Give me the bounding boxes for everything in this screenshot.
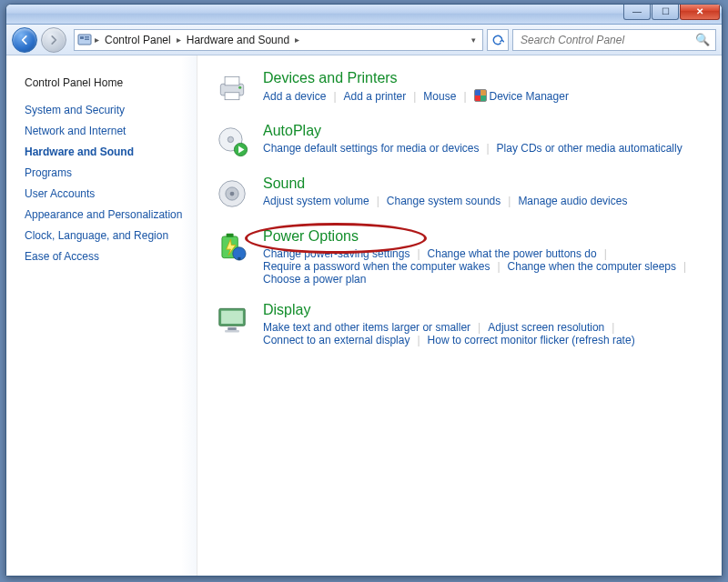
control-panel-home-link[interactable]: Control Panel Home — [25, 76, 193, 89]
svg-rect-17 — [238, 257, 240, 260]
maximize-button[interactable]: ☐ — [652, 4, 679, 20]
uac-shield-icon — [474, 89, 487, 102]
link-screen-resolution[interactable]: Adjust screen resolution — [488, 321, 604, 334]
search-icon: 🔍 — [695, 33, 710, 46]
speaker-icon — [214, 176, 250, 212]
titlebar: — ☐ ✕ — [6, 5, 722, 25]
category-autoplay: AutoPlay Change default settings for med… — [214, 123, 705, 159]
back-button[interactable] — [12, 27, 37, 53]
refresh-button[interactable] — [487, 29, 509, 51]
search-input[interactable] — [519, 33, 695, 47]
sidebar-item-hardware-sound[interactable]: Hardware and Sound — [25, 146, 193, 158]
svg-rect-19 — [221, 311, 243, 324]
address-bar[interactable]: ▸ Control Panel ▸ Hardware and Sound ▸ ▾ — [74, 29, 483, 51]
sidebar-item-system-security[interactable]: System and Security — [25, 104, 193, 116]
svg-rect-2 — [85, 36, 89, 38]
link-power-button-action[interactable]: Change what the power buttons do — [428, 247, 597, 260]
category-title[interactable]: Devices and Printers — [263, 70, 705, 86]
svg-point-9 — [228, 136, 233, 142]
category-sound: Sound Adjust system volume| Change syste… — [214, 176, 705, 212]
printer-icon — [214, 70, 250, 106]
window-buttons: — ☐ ✕ — [622, 4, 720, 20]
chevron-right-icon: ▸ — [293, 35, 301, 45]
link-password-on-wake[interactable]: Require a password when the computer wak… — [263, 260, 490, 273]
sidebar-item-network-internet[interactable]: Network and Internet — [25, 125, 193, 137]
link-change-media-defaults[interactable]: Change default settings for media or dev… — [263, 142, 479, 155]
link-change-sleep[interactable]: Change when the computer sleeps — [508, 260, 676, 273]
link-add-device[interactable]: Add a device — [263, 90, 326, 103]
control-panel-icon — [76, 32, 93, 48]
search-box[interactable]: 🔍 — [512, 29, 716, 51]
link-adjust-volume[interactable]: Adjust system volume — [263, 195, 369, 207]
link-external-display[interactable]: Connect to an external display — [263, 334, 410, 346]
link-text-size[interactable]: Make text and other items larger or smal… — [263, 321, 470, 334]
svg-rect-20 — [228, 327, 237, 330]
svg-rect-3 — [85, 38, 89, 40]
content-body: Control Panel Home System and Security N… — [6, 55, 722, 576]
svg-rect-15 — [227, 234, 234, 237]
forward-button[interactable] — [41, 27, 66, 53]
link-device-manager[interactable]: Device Manager — [474, 89, 569, 103]
svg-rect-21 — [225, 330, 239, 332]
svg-rect-6 — [225, 93, 239, 100]
navigation-bar: ▸ Control Panel ▸ Hardware and Sound ▸ ▾… — [6, 25, 722, 55]
link-play-cds-auto[interactable]: Play CDs or other media automatically — [497, 142, 682, 155]
link-monitor-flicker[interactable]: How to correct monitor flicker (refresh … — [428, 334, 635, 346]
link-change-power-saving[interactable]: Change power-saving settings — [263, 247, 410, 260]
svg-point-13 — [230, 192, 235, 196]
arrow-left-icon — [18, 34, 31, 46]
link-manage-audio[interactable]: Manage audio devices — [518, 195, 627, 207]
main-panel: Devices and Printers Add a device| Add a… — [197, 55, 722, 576]
breadcrumb-hardware-sound[interactable]: Hardware and Sound — [183, 34, 293, 46]
sidebar-item-ease-of-access[interactable]: Ease of Access — [25, 250, 193, 263]
category-display: Display Make text and other items larger… — [214, 302, 705, 346]
sidebar-item-clock-language[interactable]: Clock, Language, and Region — [25, 229, 193, 242]
address-dropdown-icon[interactable]: ▾ — [466, 35, 480, 45]
category-title[interactable]: Sound — [263, 176, 705, 192]
chevron-right-icon: ▸ — [175, 35, 183, 45]
breadcrumb-control-panel[interactable]: Control Panel — [101, 34, 175, 46]
refresh-icon — [491, 34, 504, 46]
link-mouse[interactable]: Mouse — [423, 90, 456, 103]
close-button[interactable]: ✕ — [680, 4, 720, 20]
category-devices-printers: Devices and Printers Add a device| Add a… — [214, 70, 705, 106]
link-choose-power-plan[interactable]: Choose a power plan — [263, 273, 366, 286]
sidebar: Control Panel Home System and Security N… — [6, 55, 197, 576]
category-power-options: Power Options Change power-saving settin… — [214, 228, 705, 286]
category-title[interactable]: Display — [263, 302, 705, 318]
battery-icon — [214, 228, 250, 265]
chevron-right-icon: ▸ — [93, 35, 101, 45]
svg-rect-5 — [225, 76, 239, 85]
category-title[interactable]: AutoPlay — [263, 123, 705, 139]
category-title[interactable]: Power Options — [263, 228, 705, 245]
arrow-right-icon — [47, 34, 60, 46]
sidebar-item-user-accounts[interactable]: User Accounts — [25, 187, 193, 200]
sidebar-item-appearance[interactable]: Appearance and Personalization — [25, 208, 193, 221]
svg-rect-1 — [80, 36, 84, 39]
minimize-button[interactable]: — — [623, 4, 651, 20]
control-panel-window: — ☐ ✕ ▸ Control Panel ▸ Hardware and Sou… — [5, 4, 723, 577]
monitor-icon — [214, 302, 250, 338]
svg-point-7 — [238, 86, 241, 89]
sidebar-item-programs[interactable]: Programs — [25, 166, 193, 179]
link-change-sounds[interactable]: Change system sounds — [387, 195, 500, 207]
autoplay-icon — [214, 123, 250, 159]
link-add-printer[interactable]: Add a printer — [344, 90, 407, 103]
